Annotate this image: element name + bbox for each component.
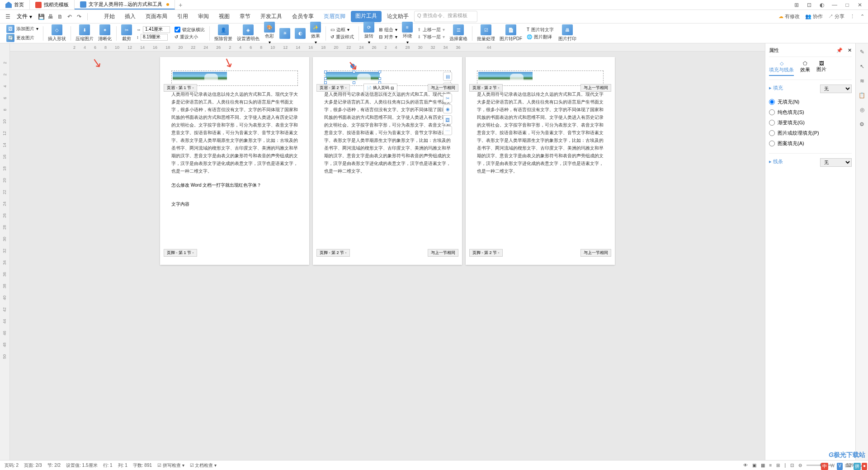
select-pane[interactable]: ☰选择窗格 — [448, 24, 469, 42]
status-line[interactable]: 行: 1 — [103, 462, 113, 469]
menu-collapse[interactable]: ⌃ — [860, 14, 864, 19]
menu-member[interactable]: 会员专享 — [288, 11, 318, 22]
crop[interactable]: ✂裁剪 — [119, 24, 134, 42]
contrast[interactable]: ◐ — [293, 28, 307, 39]
tab-add[interactable]: + — [175, 1, 186, 9]
status-col[interactable]: 列: 1 — [118, 462, 127, 469]
status-doccheck[interactable]: ☑ 文档检查 ▾ — [190, 462, 217, 469]
header-image[interactable] — [478, 72, 533, 83]
to-text[interactable]: T图片转文字 — [525, 27, 556, 33]
menu-dev[interactable]: 开发工具 — [256, 11, 287, 22]
prop-tab-fill[interactable]: ◇ 填充与线条 — [769, 61, 794, 76]
style-tool-icon[interactable]: ≋ — [858, 77, 866, 85]
view-reading-icon[interactable]: 👁 — [743, 463, 748, 468]
menu-pictool[interactable]: 图片工具 — [351, 11, 382, 22]
insert-shape[interactable]: ◇插入形状 — [46, 24, 68, 42]
combine[interactable]: ⊞组合▾ — [377, 27, 399, 33]
resize-handle-tr[interactable] — [378, 70, 381, 73]
move-up[interactable]: ⬆上移一层▾ — [415, 27, 447, 33]
clipboard-icon[interactable]: 📋 — [858, 91, 866, 99]
border[interactable]: ▭边框▾ — [329, 27, 356, 33]
remove-bg[interactable]: 👤抠除背景 — [212, 24, 234, 42]
transparency[interactable]: ◈设置透明色 — [235, 24, 261, 42]
location-icon[interactable]: ◎ — [858, 106, 866, 114]
menu-chapter[interactable]: 章节 — [235, 11, 255, 22]
zoom-out[interactable]: ⊖ — [798, 463, 802, 468]
settings-icon[interactable]: ⚙ — [858, 120, 866, 128]
changes-status[interactable]: ☁ 有修改 — [778, 13, 800, 20]
line-section[interactable]: ▸ 线条 — [769, 159, 783, 164]
resize-handle-tl[interactable] — [324, 70, 327, 73]
page-1[interactable]: 页眉 - 第 1 节 - 人类用符号记录表达信息以传之久远的方式和工具。现代文字… — [160, 57, 309, 265]
fill-pattern[interactable]: 图案填充(A) — [769, 138, 852, 149]
print-icon[interactable]: 🖶 — [47, 13, 55, 21]
menu-thesis[interactable]: 论文助手 — [382, 11, 413, 22]
view-fullwidth-icon[interactable]: ⊞ — [776, 463, 780, 468]
more-tool-icon[interactable]: ⋯ — [443, 126, 452, 135]
collab-button[interactable]: 👥 协作 — [805, 13, 823, 20]
menu-insert[interactable]: 插入 — [120, 11, 140, 22]
sharpen[interactable]: ✦清晰化 — [96, 24, 113, 42]
win-close[interactable]: ✕ — [856, 1, 863, 9]
height-input[interactable]: ↕ — [135, 34, 172, 41]
fill-gradient[interactable]: 渐变填充(G) — [769, 118, 852, 128]
add-image[interactable]: 🖼添加图片 ▾ — [5, 25, 40, 33]
brightness[interactable]: ☀ — [278, 28, 292, 39]
translate[interactable]: 🌐图片翻译 — [525, 34, 556, 40]
color[interactable]: 🎨色彩▾ — [262, 22, 277, 45]
replace-pic-icon[interactable]: 🖼 — [443, 115, 452, 124]
header-region[interactable] — [477, 70, 604, 86]
compress[interactable]: ⬇压缩图片 — [74, 24, 95, 42]
resize-handle-b[interactable] — [353, 81, 355, 84]
edit-tool-icon[interactable]: ✎ — [858, 48, 866, 56]
share-button[interactable]: ↗ 分享 — [828, 13, 844, 20]
win-minimize[interactable]: — — [831, 1, 838, 9]
view-outline-icon[interactable]: ≡ — [769, 463, 772, 468]
page-3[interactable]: 页眉 - 第 2 节 - 与上一节相同 是人类用符号记录表达信息以传之久远的方式… — [466, 57, 615, 265]
win-maximize[interactable]: □ — [844, 1, 851, 9]
header-image[interactable] — [173, 72, 227, 83]
search-box[interactable]: Q 查找命令、搜索模板 — [414, 11, 477, 22]
layout-options-icon[interactable]: ▤ — [443, 72, 452, 81]
fill-icon[interactable]: ◉ — [443, 104, 452, 113]
menu-headerfoot[interactable]: 页眉页脚 — [319, 11, 350, 22]
tab-dk[interactable]: 找稻壳模板 — [30, 0, 75, 9]
select-tool-icon[interactable]: ↖ — [858, 62, 866, 70]
status-setval[interactable]: 设置值: 1.5厘米 — [66, 462, 97, 469]
tab-home[interactable]: 首页 — [0, 0, 30, 9]
undo-icon[interactable]: ↶ — [66, 13, 74, 21]
status-spell[interactable]: ☑ 拼写检查 ▾ — [157, 462, 184, 469]
line-select[interactable]: 无 — [820, 158, 852, 167]
tab-doc[interactable]: 文字是人类用符...远的方式和工具 — [75, 0, 175, 9]
win-grid-icon[interactable]: ⊡ — [806, 1, 813, 9]
fill-section[interactable]: ▸ 填充 — [769, 85, 783, 90]
width-input[interactable]: ↔ — [135, 26, 172, 33]
preview-icon[interactable]: 🗎 — [56, 13, 64, 21]
menu-review[interactable]: 审阅 — [193, 11, 213, 22]
reset-style[interactable]: ↺重设样式 — [329, 34, 356, 40]
reset-size[interactable]: ↺重设大小 — [173, 34, 207, 40]
page-2[interactable]: ▤ 🔍 ✂ ◉ 🖼 ⋯ 📄 插入页码 ⊟ 页眉 - 第 2 节 - 与上一节相同… — [313, 57, 462, 265]
win-user-icon[interactable]: ◐ — [818, 1, 826, 9]
move-down[interactable]: ⬇下移一层▾ — [415, 34, 447, 40]
fill-solid[interactable]: 纯色填充(S) — [769, 107, 852, 118]
prop-tab-effect[interactable]: ⬠ 效果 — [800, 61, 810, 76]
props-close-icon[interactable]: ✕ — [848, 47, 852, 53]
prop-tab-pic[interactable]: 🖼 图片 — [816, 61, 826, 76]
menu-start[interactable]: 开始 — [99, 11, 119, 22]
effect[interactable]: ✨效果▾ — [308, 22, 323, 45]
fill-select[interactable]: 无 — [820, 85, 852, 93]
align[interactable]: ⊟对齐▾ — [377, 34, 399, 40]
status-pagecount[interactable]: 页码: 2 — [5, 462, 19, 469]
wrap[interactable]: ≡环绕▾ — [400, 22, 415, 45]
hamburger-icon[interactable]: ☰ — [4, 13, 12, 21]
header-region[interactable]: ▤ 🔍 ✂ ◉ 🖼 ⋯ 📄 插入页码 ⊟ — [324, 70, 451, 86]
crop-tool-icon[interactable]: ✂ — [443, 94, 452, 103]
resize-handle-l[interactable] — [324, 77, 327, 80]
batch[interactable]: ☑批量处理 — [475, 24, 497, 42]
view-web-icon[interactable]: ▦ — [761, 463, 765, 468]
resize-handle-r[interactable] — [378, 77, 381, 80]
view-print-icon[interactable]: ▣ — [752, 463, 756, 468]
menu-more[interactable]: ⋮ — [850, 14, 855, 19]
zoom-fit-icon[interactable]: ⊡ — [790, 463, 794, 468]
